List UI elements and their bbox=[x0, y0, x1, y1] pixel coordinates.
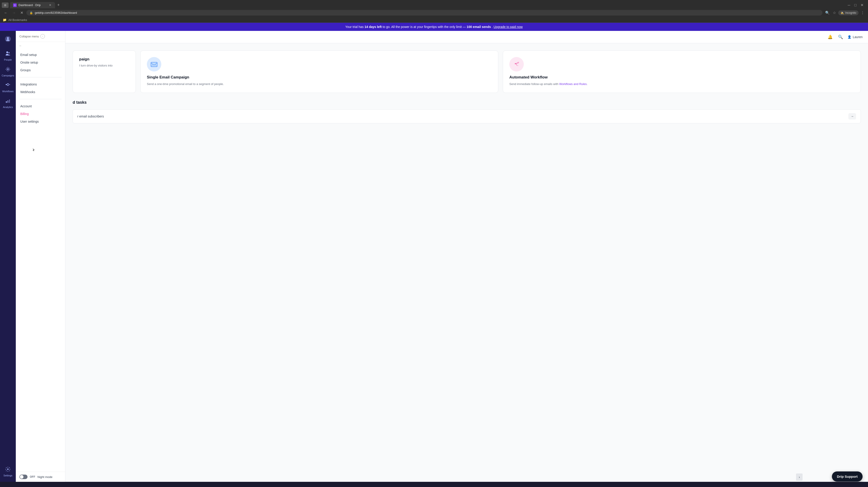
tasks-section: d tasks r email subscribers → bbox=[73, 100, 861, 123]
automated-workflow-card[interactable]: Automated Workflow Send immediate follow… bbox=[503, 51, 861, 93]
incognito-label: Incognito bbox=[845, 11, 856, 14]
collapse-menu-label: Collapse menu bbox=[20, 35, 39, 38]
toggle-off-label: OFF bbox=[30, 475, 35, 479]
user-menu[interactable]: 👤 Lauren bbox=[847, 35, 863, 39]
scroll-right-button[interactable]: › bbox=[796, 474, 803, 481]
svg-point-16 bbox=[7, 468, 8, 470]
all-bookmarks-label: All Bookmarks bbox=[8, 18, 27, 22]
menu-divider-1 bbox=[20, 77, 62, 77]
notification-button[interactable]: 🔔 bbox=[827, 34, 834, 40]
search-button[interactable]: 🔍 bbox=[837, 34, 844, 40]
main-content: 🔔 🔍 👤 Lauren paign I turn drive-by visit… bbox=[65, 31, 868, 482]
partial-card-title: paign bbox=[79, 57, 129, 62]
address-bar[interactable]: 🔒 getdrip.com/8235963/dashboard bbox=[26, 10, 823, 15]
tab-group-icon: ⊞ bbox=[4, 4, 6, 7]
logo-icon bbox=[5, 36, 11, 43]
sidebar-item-logo[interactable] bbox=[1, 34, 14, 46]
svg-rect-14 bbox=[7, 100, 8, 103]
svg-rect-8 bbox=[9, 84, 10, 85]
menu-item-billing[interactable]: Billing bbox=[16, 110, 65, 118]
sidebar-item-analytics[interactable]: Analytics bbox=[1, 96, 14, 111]
svg-rect-22 bbox=[517, 65, 518, 66]
back-button[interactable]: ← bbox=[3, 10, 9, 16]
svg-line-11 bbox=[8, 84, 9, 85]
menu-sidebar: Collapse menu › – Email setup Onsite set… bbox=[16, 31, 65, 482]
analytics-label: Analytics bbox=[3, 106, 13, 108]
tab-group-button[interactable]: ⊞ bbox=[2, 2, 8, 8]
collapse-menu-button[interactable]: Collapse menu › bbox=[20, 34, 45, 38]
trial-banner: Your trial has 14 days left to go. All t… bbox=[0, 23, 868, 31]
user-name: Lauren bbox=[852, 35, 863, 39]
night-mode-toggle[interactable]: OFF bbox=[20, 475, 35, 479]
incognito-icon: 🕵 bbox=[840, 11, 844, 14]
single-email-icon bbox=[147, 57, 161, 71]
menu-dash: – bbox=[16, 42, 65, 49]
collapse-circle-icon: › bbox=[40, 34, 45, 38]
svg-rect-6 bbox=[7, 83, 8, 84]
chevron-right-icon: › bbox=[799, 475, 800, 479]
night-mode-row: OFF Night mode bbox=[16, 472, 65, 482]
user-icon: 👤 bbox=[847, 35, 851, 39]
svg-point-1 bbox=[7, 37, 9, 39]
settings-icon bbox=[5, 466, 10, 473]
menu-item-groups[interactable]: Groups bbox=[16, 66, 65, 74]
menu-section-3: Account Billing User settings bbox=[16, 101, 65, 127]
workflows-icon bbox=[5, 82, 10, 89]
task-row: r email subscribers → bbox=[73, 109, 861, 123]
menu-section-1: Email setup Onsite setup Groups bbox=[16, 49, 65, 76]
task-arrow-button[interactable]: → bbox=[848, 113, 856, 120]
single-email-desc: Send a one-time promotional email to a s… bbox=[147, 82, 492, 86]
menu-item-integrations[interactable]: Integrations bbox=[16, 80, 65, 88]
svg-point-25 bbox=[518, 62, 519, 63]
menu-item-webhooks[interactable]: Webhooks bbox=[16, 88, 65, 96]
people-label: People bbox=[4, 58, 12, 61]
sidebar-item-campaigns[interactable]: Campaigns bbox=[1, 64, 14, 79]
forward-button[interactable]: → bbox=[11, 10, 17, 16]
automated-workflow-icon bbox=[509, 57, 524, 71]
partial-card[interactable]: paign I turn drive-by visitors into bbox=[73, 51, 136, 93]
upgrade-link[interactable]: Upgrade to paid now bbox=[494, 25, 523, 29]
menu-item-onsite-setup[interactable]: Onsite setup bbox=[16, 59, 65, 66]
toggle-track[interactable] bbox=[20, 475, 28, 479]
campaign-cards-row: paign I turn drive-by visitors into Sing… bbox=[73, 51, 861, 93]
automated-workflow-title: Automated Workflow bbox=[509, 75, 854, 79]
maximize-button[interactable]: □ bbox=[852, 2, 858, 8]
analytics-icon bbox=[5, 98, 10, 105]
close-window-button[interactable]: ✕ bbox=[859, 2, 865, 8]
url-text: getdrip.com/8235963/dashboard bbox=[35, 11, 819, 14]
menu-item-email-setup[interactable]: Email setup bbox=[16, 51, 65, 59]
automated-workflow-desc: Send immediate follow-up emails with Wor… bbox=[509, 82, 854, 86]
svg-rect-4 bbox=[7, 68, 9, 70]
all-bookmarks-button[interactable]: All Bookmarks bbox=[8, 18, 27, 22]
single-email-card[interactable]: Single Email Campaign Send a one-time pr… bbox=[140, 51, 498, 93]
campaigns-label: Campaigns bbox=[2, 74, 14, 77]
close-tab-button[interactable]: ✕ bbox=[49, 3, 52, 7]
sidebar-item-settings[interactable]: Settings bbox=[1, 464, 14, 479]
svg-rect-17 bbox=[151, 62, 157, 67]
browser-tab[interactable]: D Dashboard · Drip ✕ bbox=[10, 2, 55, 8]
menu-item-user-settings[interactable]: User settings bbox=[16, 118, 65, 125]
drip-support-button[interactable]: Drip Support bbox=[832, 472, 863, 482]
menu-item-account[interactable]: Account bbox=[16, 102, 65, 110]
sidebar-item-workflows[interactable]: Workflows bbox=[1, 80, 14, 95]
arrow-right-icon: → bbox=[850, 115, 854, 118]
refresh-button[interactable]: ✕ bbox=[19, 10, 25, 16]
trial-middle: to go. All the power is at your fingerti… bbox=[382, 25, 467, 29]
incognito-badge[interactable]: 🕵 Incognito bbox=[838, 10, 859, 15]
content-area: paign I turn drive-by visitors into Sing… bbox=[65, 43, 868, 482]
browser-menu-button[interactable]: ⋮ bbox=[860, 10, 865, 16]
search-browser-button[interactable]: 🔍 bbox=[824, 10, 831, 16]
minimize-button[interactable]: ─ bbox=[846, 2, 852, 8]
icon-sidebar: People Campaigns bbox=[0, 31, 16, 482]
trial-days: 14 days left bbox=[365, 25, 382, 29]
svg-line-12 bbox=[8, 85, 9, 86]
bookmark-button[interactable]: ☆ bbox=[832, 10, 837, 16]
sidebar-item-people[interactable]: People bbox=[1, 48, 14, 63]
svg-rect-20 bbox=[515, 63, 516, 64]
bell-icon: 🔔 bbox=[828, 35, 833, 39]
toggle-thumb bbox=[20, 475, 24, 479]
new-tab-button[interactable]: + bbox=[55, 2, 62, 8]
menu-divider-2 bbox=[20, 99, 62, 99]
night-mode-text: Night mode bbox=[37, 475, 52, 479]
trial-prefix: Your trial has bbox=[345, 25, 365, 29]
